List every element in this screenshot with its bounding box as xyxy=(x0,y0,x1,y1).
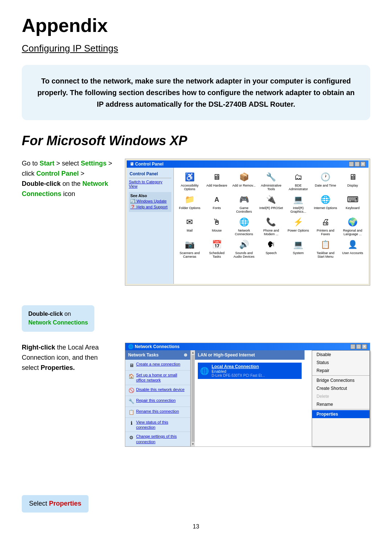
control-panel-screenshot: 🖥 Control Panel _ □ ✕ Control Panel Swit… xyxy=(125,159,370,286)
scroll-down-arrow[interactable]: ▼ xyxy=(192,442,195,446)
step2-instructions: Right-click the Local Area Connection ic… xyxy=(22,343,116,513)
select-props-keyword: Properties xyxy=(49,500,81,507)
ctx-rename[interactable]: Rename xyxy=(312,400,369,408)
nc-close-btn[interactable]: ✕ xyxy=(362,344,367,349)
cp-icon-user-accounts[interactable]: 👤User Accounts xyxy=(340,238,366,259)
cp-icon-folder[interactable]: 📁Folder Options xyxy=(177,193,203,214)
net-task-disable[interactable]: 🚫 Disable this network device xyxy=(125,385,190,396)
cp-icon-regional[interactable]: 🌍Regional and Language ... xyxy=(340,216,366,237)
cp-icon-mail[interactable]: ✉Mail xyxy=(177,216,203,237)
ctx-properties[interactable]: Properties xyxy=(312,410,369,418)
cp-icon-keyboard[interactable]: ⌨Keyboard xyxy=(340,193,366,214)
ctx-divider2 xyxy=(312,409,369,409)
ctx-create-shortcut[interactable]: Create Shortcut xyxy=(312,384,369,392)
page-title: Appendix xyxy=(22,15,370,36)
net-task-settings[interactable]: ⚙ Change settings of this connection xyxy=(125,432,190,446)
cp-icon-display[interactable]: 🖥Display xyxy=(340,171,366,192)
ctx-status[interactable]: Status xyxy=(312,359,369,367)
net-task-status[interactable]: ℹ View status of this connection xyxy=(125,418,190,432)
cp-icon-mouse[interactable]: 🖱Mouse xyxy=(204,216,230,237)
select-properties-callout: Select Properties xyxy=(22,495,89,513)
cp-icon-game[interactable]: 🎮Game Controllers xyxy=(231,193,257,214)
step2-keyword: Properties. xyxy=(41,364,75,371)
lan-conn-name: Local Area Connection xyxy=(212,364,265,369)
scroll-up-arrow[interactable]: ▲ xyxy=(192,351,195,354)
net-task-rename-label: Rename this connection xyxy=(136,409,179,414)
scroll-track[interactable] xyxy=(192,355,195,442)
cp-icon-phone-modem[interactable]: 📞Phone and Modem ... xyxy=(258,216,284,237)
ctx-divider1 xyxy=(312,375,369,376)
cp-windows-update-link[interactable]: 🔄 Windows Update xyxy=(130,199,170,204)
lan-body: 🌐 Local Area Connection Enabled D-Link D… xyxy=(195,360,305,382)
cp-left-panel: Control Panel Switch to Category View Se… xyxy=(127,168,174,284)
callout-nc: Network Connections xyxy=(28,319,88,326)
net-task-home[interactable]: 🏠 Set up a home or small office network xyxy=(125,371,190,385)
net-task-settings-label: Change settings of this connection xyxy=(136,434,187,444)
cp-icon-speech[interactable]: 🗣Speech xyxy=(258,238,284,259)
step1-suffix: on the xyxy=(61,180,82,187)
lan-conn-adapter: D-Link DFE-530TX PCI Fast Et... xyxy=(212,374,265,377)
double-click-callout: Double-click onNetwork Connections xyxy=(22,305,94,332)
cp-icon-intel-proset[interactable]: 🔌Intel(R) PROSet xyxy=(258,193,284,214)
net-task-disable-label: Disable this network device xyxy=(136,387,184,392)
select-props-prefix: Select xyxy=(29,500,49,507)
cp-see-also: See Also 🔄 Windows Update ❓ Help and Sup… xyxy=(129,192,171,212)
net-task-repair[interactable]: 🔧 Repair this connection xyxy=(125,396,190,407)
step1-start: Start xyxy=(40,160,54,167)
net-scrollbar[interactable]: ▲ ▼ xyxy=(191,350,195,446)
context-menu: Disable Status Repair Bridge Connections… xyxy=(312,350,370,446)
cp-help-link[interactable]: ❓ Help and Support xyxy=(130,205,170,209)
ctx-delete: Delete xyxy=(312,392,369,400)
cp-icon-admin-tools[interactable]: 🔧Administrative Tools xyxy=(258,171,284,192)
cp-icon-accessibility[interactable]: ♿Accessibility Options xyxy=(177,171,203,192)
cp-close-btn[interactable]: ✕ xyxy=(360,162,366,167)
cp-icon-add-hardware[interactable]: 🖥Add Hardware xyxy=(204,171,230,192)
nc-body: Network Tasks ⊗ 🖥 Create a new connectio… xyxy=(125,350,370,446)
network-tasks-collapse-icon[interactable]: ⊗ xyxy=(184,352,187,358)
net-task-rename-icon: 📋 xyxy=(128,409,135,416)
cp-maximize-btn[interactable]: □ xyxy=(355,162,360,167)
step1-icon: icon xyxy=(61,190,75,197)
cp-icon-scanners[interactable]: 📷Scanners and Cameras xyxy=(177,238,203,259)
cp-icon-internet[interactable]: 🌐Internet Options xyxy=(313,193,338,214)
cp-see-also-title: See Also xyxy=(130,193,170,198)
cp-icon-intel-graphics[interactable]: 💻Intel(R) Graphics... xyxy=(285,193,311,214)
net-task-home-icon: 🏠 xyxy=(128,373,135,379)
cp-icon-scheduled-tasks[interactable]: 📅Scheduled Tasks xyxy=(204,238,230,259)
cp-icon-printers[interactable]: 🖨Printers and Faxes xyxy=(313,216,338,237)
cp-icon-system[interactable]: 💻System xyxy=(285,238,311,259)
nc-maximize-btn[interactable]: □ xyxy=(356,344,361,349)
callout-prefix: Double-click xyxy=(28,311,63,317)
ctx-repair[interactable]: Repair xyxy=(312,367,369,375)
step1-instructions: Go to Start > select Settings > click Co… xyxy=(22,159,116,332)
cp-icon-sounds[interactable]: 🔊Sounds and Audio Devices xyxy=(231,238,257,259)
cp-icon-bde[interactable]: 🗂BDE Administrator xyxy=(285,171,311,192)
cp-left-title: Control Panel xyxy=(129,170,171,178)
cp-titlebar-buttons[interactable]: _ □ ✕ xyxy=(349,162,366,167)
section-subtitle: Configuring IP Settings xyxy=(22,43,370,54)
windows-section-title: For Microsoft Windows XP xyxy=(22,133,370,148)
cp-minimize-btn[interactable]: _ xyxy=(349,162,354,167)
ctx-disable[interactable]: Disable xyxy=(312,351,369,359)
cp-title: 🖥 Control Panel xyxy=(130,162,163,167)
net-task-rename[interactable]: 📋 Rename this connection xyxy=(125,407,190,418)
info-box: To connect to the network, make sure the… xyxy=(22,65,370,120)
network-connections-screenshot: 🌐 Network Connections _ □ ✕ Network Task… xyxy=(125,343,370,447)
nc-titlebar-buttons[interactable]: _ □ ✕ xyxy=(350,344,367,349)
cp-icon-network-connections[interactable]: 🌐Network Connections xyxy=(231,216,257,237)
cp-icon-fonts[interactable]: AFonts xyxy=(204,193,230,214)
net-task-home-label: Set up a home or small office network xyxy=(136,372,187,383)
net-task-create[interactable]: 🖥 Create a new connection xyxy=(125,360,190,371)
lan-connection-item[interactable]: 🌐 Local Area Connection Enabled D-Link D… xyxy=(198,363,302,379)
info-box-text: To connect to the network, make sure the… xyxy=(37,77,355,108)
nc-minimize-btn[interactable]: _ xyxy=(350,344,355,349)
step2-prefix: Right-click xyxy=(22,344,55,351)
cp-icon-power[interactable]: ⚡Power Options xyxy=(285,216,311,237)
ctx-bridge[interactable]: Bridge Connections xyxy=(312,376,369,384)
cp-icon-add-remove[interactable]: 📦Add or Remov... xyxy=(231,171,257,192)
cp-switch-link[interactable]: Switch to Category View xyxy=(129,180,171,188)
net-task-repair-label: Repair this connection xyxy=(136,398,176,403)
cp-icon-taskbar[interactable]: 📋Taskbar and Start Menu xyxy=(313,238,338,259)
lan-conn-details: Local Area Connection Enabled D-Link DFE… xyxy=(212,364,265,377)
cp-icon-date-time[interactable]: 🕐Date and Time xyxy=(313,171,338,192)
